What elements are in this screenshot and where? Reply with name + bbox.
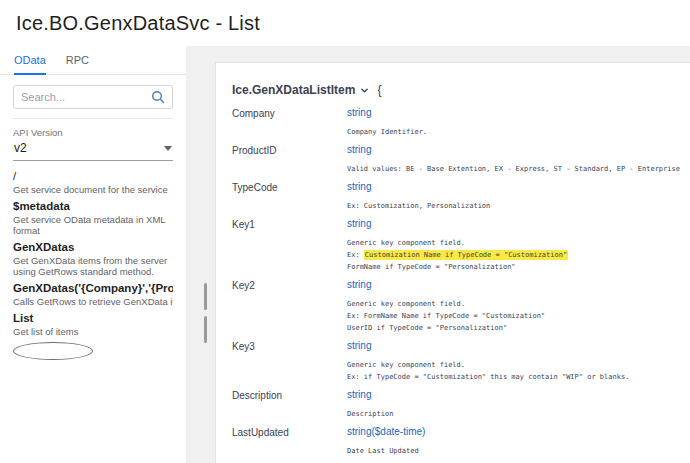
sidebar-tabs: ODataRPC <box>0 46 186 75</box>
service-item-name: $metadata <box>13 200 173 213</box>
service-item-desc: Get service document for the service <box>13 184 173 195</box>
tab-rpc[interactable]: RPC <box>66 54 89 74</box>
property-type: string <box>347 279 684 291</box>
property-description: Ex: Customization, Personalization <box>347 200 684 212</box>
property-type: string <box>347 340 684 352</box>
property-description-line: Generic key component field. <box>347 237 684 249</box>
search-input[interactable] <box>21 91 151 103</box>
property-description: Company Identifier. <box>347 126 684 138</box>
model-property-row: Key2stringGeneric key component field.Ex… <box>232 279 684 334</box>
model-properties: CompanystringCompany Identifier.ProductI… <box>232 107 684 457</box>
service-item-name: / <box>13 170 173 183</box>
property-description: Description <box>347 408 684 420</box>
tab-odata[interactable]: OData <box>14 54 46 75</box>
property-type: string <box>347 107 684 119</box>
property-description-line: Generic key component field. <box>347 298 684 310</box>
property-name: LastUpdated <box>232 426 347 457</box>
app-window: Ice.BO.GenxDataSvc - List ODataRPC API V… <box>0 0 690 463</box>
property-description-line: UserID if TypeCode = "Personalization" <box>347 322 684 334</box>
model-property-row: TypeCodestringEx: Customization, Persona… <box>232 181 684 212</box>
model-property-row: DescriptionstringDescription <box>232 389 684 420</box>
property-description: Generic key component field.Ex: if TypeC… <box>347 359 684 383</box>
model-title: Ice.GenXDataListItem <box>232 83 355 97</box>
scrollbar-thumb[interactable] <box>204 283 207 310</box>
highlighted-text: Customization Name if TypeCode = "Custom… <box>364 250 568 260</box>
property-description: Generic key component field.Ex: Customiz… <box>347 237 684 273</box>
page-header: Ice.BO.GenxDataSvc - List <box>0 0 690 46</box>
property-type: string <box>347 218 684 230</box>
property-description-line: FormName if TypeCode = "Personalization" <box>347 261 684 273</box>
service-item[interactable]: GenXDatasGet GenXData items from the ser… <box>13 241 173 277</box>
sidebar: ODataRPC API Version v2 /Get service doc… <box>0 46 186 463</box>
service-item[interactable]: ListGet list of items <box>13 312 173 337</box>
property-name: ProductID <box>232 144 347 175</box>
search-icon[interactable] <box>151 90 165 104</box>
api-version-label: API Version <box>13 127 173 138</box>
property-name: Key3 <box>232 340 347 383</box>
property-name: Company <box>232 107 347 138</box>
property-description-line: Ex: if TypeCode = "Customization" this m… <box>347 371 684 383</box>
property-name: Key1 <box>232 218 347 273</box>
open-brace: { <box>377 83 381 97</box>
model-panel: Ice.GenXDataListItem { CompanystringComp… <box>215 62 690 463</box>
property-description-line: Company Identifier. <box>347 126 684 138</box>
page-title: Ice.BO.GenxDataSvc - List <box>16 12 260 35</box>
service-item-desc: Calls GetRows to retrieve GenXData ite <box>13 296 173 307</box>
property-description-line: Generic key component field. <box>347 359 684 371</box>
service-item[interactable]: GenXDatas('{Company}','{ProductCalls Get… <box>13 282 173 307</box>
model-property-row: Key1stringGeneric key component field.Ex… <box>232 218 684 273</box>
service-item-name: GenXDatas('{Company}','{Product <box>13 282 173 295</box>
service-item-desc: Get list of items <box>13 326 173 337</box>
search-box <box>13 85 173 109</box>
property-description-line: Ex: Customization Name if TypeCode = "Cu… <box>347 249 684 261</box>
property-description-line: Description <box>347 408 684 420</box>
model-property-row: Key3stringGeneric key component field.Ex… <box>232 340 684 383</box>
model-title-row[interactable]: Ice.GenXDataListItem { <box>232 83 684 97</box>
api-version-dropdown[interactable]: v2 <box>13 138 173 161</box>
property-name: Key2 <box>232 279 347 334</box>
property-description-line: Date Last Updated <box>347 445 684 457</box>
property-description-line: Ex: Customization, Personalization <box>347 200 684 212</box>
api-version-select: API Version v2 <box>13 118 173 161</box>
model-property-row: LastUpdatedstring($date-time)Date Last U… <box>232 426 684 457</box>
model-property-row: ProductIDstringValid values: BE - Base E… <box>232 144 684 175</box>
property-type: string <box>347 389 684 401</box>
service-item-desc: Get GenXData items from the server using… <box>13 255 173 277</box>
property-description: Generic key component field.Ex: FormName… <box>347 298 684 334</box>
api-version-value: v2 <box>14 141 27 155</box>
model-property-row: CompanystringCompany Identifier. <box>232 107 684 138</box>
annotation-oval <box>13 342 93 360</box>
property-type: string <box>347 144 684 156</box>
service-item[interactable]: $metadataGet service OData metadata in X… <box>13 200 173 236</box>
property-description-line: Valid values: BE - Base Extention, EX - … <box>347 163 684 175</box>
property-name: TypeCode <box>232 181 347 212</box>
chevron-down-icon <box>360 86 369 95</box>
service-item-name: GenXDatas <box>13 241 173 254</box>
scrollbar-thumb[interactable] <box>204 316 207 343</box>
service-item-name: List <box>13 312 173 325</box>
service-item-desc: Get service OData metadata in XML format <box>13 214 173 236</box>
property-description-line: Ex: FormName Name if TypeCode = "Customi… <box>347 310 684 322</box>
chevron-down-icon <box>164 146 172 151</box>
property-type: string <box>347 181 684 193</box>
property-description: Date Last Updated <box>347 445 684 457</box>
service-item[interactable]: /Get service document for the service <box>13 170 173 195</box>
property-type: string($date-time) <box>347 426 684 438</box>
property-description: Valid values: BE - Base Extention, EX - … <box>347 163 684 175</box>
property-name: Description <box>232 389 347 420</box>
service-list: /Get service document for the service$me… <box>0 161 186 337</box>
